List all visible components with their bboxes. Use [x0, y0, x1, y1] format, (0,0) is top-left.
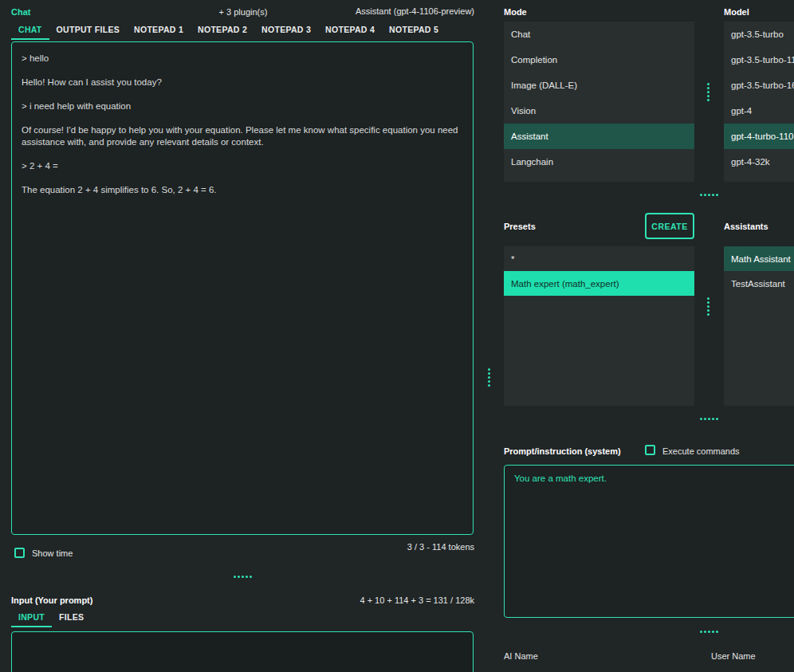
show-time-label: Show time — [32, 548, 73, 558]
plugins-info: + 3 plugin(s) — [183, 7, 303, 17]
mode-info-label: Assistant (gpt-4-1106-preview) — [319, 6, 474, 16]
prompt-input-textarea[interactable] — [11, 631, 474, 672]
assistants-list: Math Assistant TestAssistant — [724, 246, 794, 406]
user-message: > 2 + 4 = — [22, 160, 463, 172]
presets-title: Presets — [504, 222, 536, 231]
show-time-checkbox[interactable] — [14, 548, 25, 558]
preset-item-default[interactable]: * — [504, 246, 694, 271]
model-list: gpt-3.5-turbo gpt-3.5-turbo-1106 gpt-3.5… — [724, 22, 794, 182]
input-tokens-label: 4 + 10 + 114 + 3 = 131 / 128k — [279, 595, 474, 605]
tab-input[interactable]: INPUT — [11, 609, 52, 627]
model-title: Model — [724, 7, 749, 17]
vertical-splitter-handle[interactable] — [707, 297, 709, 316]
input-title: Input (Your prompt) — [11, 595, 92, 605]
assistant-message: The equation 2 + 4 simplifies to 6. So, … — [22, 184, 463, 196]
user-message: > hello — [22, 53, 463, 65]
mode-item-vision[interactable]: Vision — [504, 98, 694, 124]
model-item[interactable]: gpt-3.5-turbo-16k — [724, 73, 794, 98]
preset-item-math-expert[interactable]: Math expert (math_expert) — [504, 271, 694, 296]
tab-notepad-3[interactable]: NOTEPAD 3 — [254, 22, 318, 40]
assistant-message: Of course! I'd be happy to help you with… — [22, 124, 463, 148]
system-prompt-title: Prompt/instruction (system) — [504, 446, 621, 456]
horizontal-splitter-handle[interactable] — [700, 418, 719, 420]
assistant-item[interactable]: TestAssistant — [724, 271, 794, 296]
presets-list: * Math expert (math_expert) — [504, 246, 694, 406]
mode-item-langchain[interactable]: Langchain — [504, 149, 694, 175]
chat-output[interactable]: > hello Hello! How can I assist you toda… — [11, 41, 474, 535]
vertical-splitter-handle[interactable] — [488, 368, 490, 387]
mode-title: Mode — [504, 7, 527, 17]
tab-notepad-1[interactable]: NOTEPAD 1 — [127, 22, 191, 40]
model-item-selected[interactable]: gpt-4-turbo-1106 — [724, 124, 794, 149]
tab-notepad-5[interactable]: NOTEPAD 5 — [382, 22, 446, 40]
horizontal-splitter-handle[interactable] — [700, 194, 719, 196]
execute-commands-label: Execute commands — [662, 446, 740, 456]
mode-item-image[interactable]: Image (DALL-E) — [504, 73, 694, 98]
tab-chat[interactable]: CHAT — [11, 22, 49, 40]
tab-notepad-4[interactable]: NOTEPAD 4 — [318, 22, 382, 40]
ai-name-label: AI Name — [504, 651, 538, 661]
tab-files[interactable]: FILES — [52, 609, 91, 627]
mode-list: Chat Completion Image (DALL-E) Vision As… — [504, 22, 694, 182]
tab-output-files[interactable]: OUTPUT FILES — [49, 22, 127, 40]
execute-commands-checkbox[interactable] — [645, 445, 655, 455]
user-message: > i need help with equation — [22, 100, 463, 112]
system-prompt-textarea[interactable]: You are a math expert. — [504, 465, 794, 618]
mode-item-assistant[interactable]: Assistant — [504, 124, 694, 149]
model-item[interactable]: gpt-3.5-turbo — [724, 22, 794, 47]
output-tokens-label: 3 / 3 - 114 tokens — [319, 542, 474, 552]
create-preset-button[interactable]: CREATE — [645, 213, 694, 239]
chat-tabs: CHAT OUTPUT FILES NOTEPAD 1 NOTEPAD 2 NO… — [11, 22, 446, 40]
input-tabs: INPUT FILES — [11, 609, 91, 627]
vertical-splitter-handle[interactable] — [707, 83, 709, 102]
assistant-message: Hello! How can I assist you today? — [22, 77, 463, 88]
mode-item-completion[interactable]: Completion — [504, 47, 694, 73]
model-item[interactable]: gpt-4-32k — [724, 149, 794, 175]
horizontal-splitter-handle[interactable] — [700, 631, 719, 633]
chat-panel-title: Chat — [11, 7, 30, 17]
mode-item-chat[interactable]: Chat — [504, 22, 694, 47]
horizontal-splitter-handle[interactable] — [234, 576, 253, 578]
model-item[interactable]: gpt-4 — [724, 98, 794, 124]
tab-notepad-2[interactable]: NOTEPAD 2 — [191, 22, 254, 40]
assistants-title: Assistants — [724, 222, 768, 231]
user-name-label: User Name — [711, 651, 756, 661]
model-item[interactable]: gpt-3.5-turbo-1106 — [724, 47, 794, 73]
assistant-item-selected[interactable]: Math Assistant — [724, 246, 794, 271]
